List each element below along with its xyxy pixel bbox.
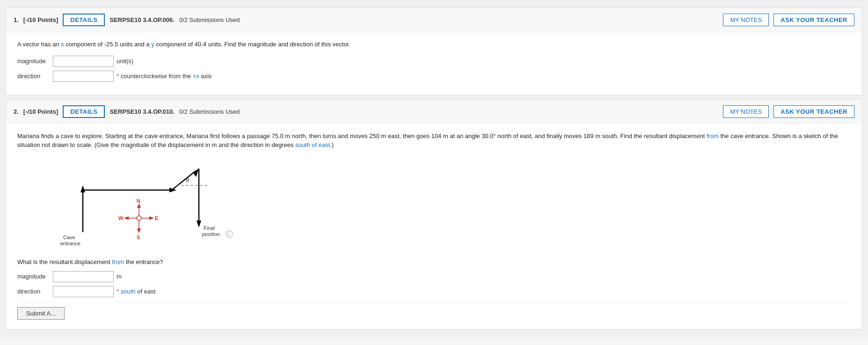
q2-direction-row: direction ° south of east — [17, 286, 851, 297]
question-2-block: 2. [-/10 Points] DETAILS SERPSE10 3.4.OP… — [6, 99, 862, 330]
question-1-points: [-/10 Points] — [23, 16, 58, 23]
svg-marker-5 — [193, 169, 199, 177]
svg-text:N: N — [137, 198, 140, 204]
q2-direction-input[interactable] — [53, 286, 114, 297]
question-2-problem-id: SERPSE10 3.4.OP.010. — [109, 108, 175, 115]
svg-text:θ: θ — [186, 176, 189, 184]
question-2-body: Mariana finds a cave to explore. Startin… — [6, 124, 862, 329]
svg-point-14 — [226, 231, 233, 237]
svg-text:position: position — [202, 231, 220, 237]
question-1-number: 1. — [14, 16, 19, 23]
question-2-my-notes-btn[interactable]: MY NOTES — [723, 105, 769, 118]
q2-magnitude-label: magnitude — [17, 273, 50, 280]
q1-text-part1: A vector has an — [17, 41, 61, 48]
question-1-ask-teacher-btn[interactable]: ASK YOUR TEACHER — [773, 14, 854, 26]
diagram-container: θ Cave entrance Final position i — [36, 157, 233, 251]
question-2-points: [-/10 Points] — [23, 108, 58, 115]
q2-direction-unit: ° south of east — [117, 288, 155, 295]
svg-marker-7 — [197, 220, 201, 228]
q1-magnitude-input[interactable] — [53, 56, 114, 67]
q1-direction-unit: ° counterclockwise from the +x axis — [117, 73, 212, 80]
q2-magnitude-unit: m — [117, 273, 122, 280]
question-2-header: 2. [-/10 Points] DETAILS SERPSE10 3.4.OP… — [6, 100, 862, 124]
q2-submit-area: Submit A... — [17, 302, 851, 320]
svg-text:Final: Final — [204, 225, 215, 231]
question-1-details-btn[interactable]: DETAILS — [63, 14, 105, 26]
q1-direction-row: direction ° counterclockwise from the +x… — [17, 71, 851, 82]
q2-submit-btn[interactable]: Submit A... — [17, 307, 65, 320]
svg-marker-1 — [80, 185, 85, 192]
q1-magnitude-label: magnitude — [17, 58, 50, 65]
svg-text:Cave: Cave — [63, 235, 75, 240]
svg-text:i: i — [228, 232, 229, 237]
question-1-my-notes-btn[interactable]: MY NOTES — [723, 14, 769, 26]
question-1-submissions: 0/2 Submissions Used — [179, 16, 240, 23]
svg-line-4 — [172, 171, 195, 190]
question-2-number: 2. — [14, 108, 19, 115]
question-1-block: 1. [-/10 Points] DETAILS SERPSE10 3.4.OP… — [6, 7, 862, 95]
svg-marker-17 — [137, 203, 141, 208]
q1-text-part3: component of 40.4 units. Find the magnit… — [154, 41, 350, 48]
q1-magnitude-row: magnitude unit(s) — [17, 56, 851, 67]
svg-marker-21 — [149, 216, 154, 220]
svg-text:entrance: entrance — [60, 241, 80, 246]
svg-marker-23 — [124, 216, 129, 220]
what-is-displacement-label: What is the resultant displacement from … — [17, 258, 851, 265]
question-2-details-btn[interactable]: DETAILS — [63, 105, 105, 118]
q2-magnitude-input[interactable] — [53, 271, 114, 282]
question-1-header: 1. [-/10 Points] DETAILS SERPSE10 3.4.OP… — [6, 8, 862, 32]
svg-text:S: S — [137, 235, 140, 240]
q1-magnitude-unit: unit(s) — [117, 58, 133, 65]
q2-magnitude-row: magnitude m — [17, 271, 851, 282]
page-container: 1. [-/10 Points] DETAILS SERPSE10 3.4.OP… — [0, 0, 868, 337]
q1-text-part2: component of -25.5 units and a — [64, 41, 151, 48]
question-2-ask-teacher-btn[interactable]: ASK YOUR TEACHER — [773, 105, 854, 118]
svg-marker-19 — [137, 228, 141, 233]
svg-point-24 — [137, 216, 141, 220]
q1-direction-input[interactable] — [53, 71, 114, 82]
question-2-text: Mariana finds a cave to explore. Startin… — [17, 132, 851, 150]
question-1-problem-id: SERPSE10 3.4.OP.006. — [109, 16, 175, 23]
q2-direction-label: direction — [17, 288, 50, 295]
diagram-svg: θ Cave entrance Final position i — [36, 157, 233, 251]
question-1-body: A vector has an x component of -25.5 uni… — [6, 32, 862, 95]
q1-direction-label: direction — [17, 73, 50, 80]
question-1-text: A vector has an x component of -25.5 uni… — [17, 40, 851, 49]
svg-text:W: W — [118, 215, 124, 221]
svg-text:E: E — [155, 215, 158, 221]
question-2-submissions: 0/2 Submissions Used — [179, 108, 240, 115]
